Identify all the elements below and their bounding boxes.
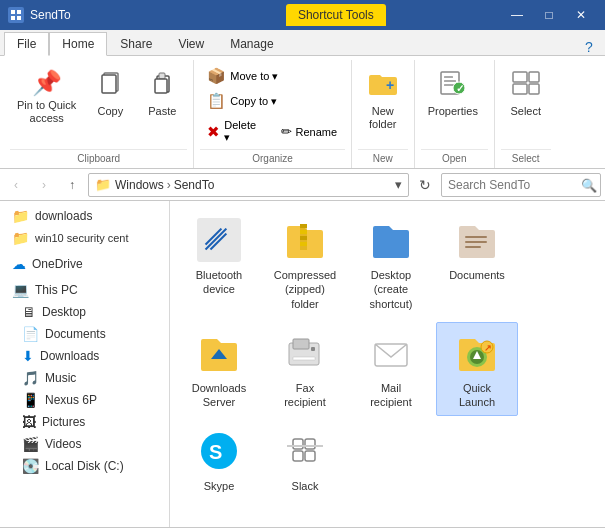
file-item-slack[interactable]: Slack [264,420,346,500]
path-folder-icon: 📁 [95,177,111,192]
sidebar-item-nexus6p[interactable]: 📱 Nexus 6P [0,389,169,411]
up-button[interactable]: ↑ [60,173,84,197]
compressed-file-icon [281,216,329,264]
rename-button[interactable]: ✏ Rename [274,116,345,147]
sidebar-item-downloads[interactable]: 📁 downloads [0,205,169,227]
svg-rect-19 [529,84,539,94]
new-folder-button[interactable]: + Newfolder [358,64,408,136]
tab-home[interactable]: Home [49,32,107,56]
clipboard-group-label: Clipboard [10,149,187,168]
move-to-button[interactable]: 📦 Move to ▾ [200,64,344,88]
desktop-icon: 🖥 [22,304,36,320]
tab-share[interactable]: Share [107,32,165,55]
select-button[interactable]: Select [501,64,551,123]
ribbon-group-clipboard: 📌 Pin to Quickaccess Copy [4,60,194,168]
copy-to-button[interactable]: 📋 Copy to ▾ [200,89,344,113]
properties-button[interactable]: ✓ Properties [421,64,485,123]
address-path[interactable]: 📁 Windows › SendTo ▾ [88,173,409,197]
svg-rect-18 [529,72,539,82]
minimize-button[interactable]: — [501,0,533,30]
rename-label: Rename [296,126,338,138]
file-item-downloads-server[interactable]: DownloadsServer [178,322,260,417]
copy-button[interactable]: Copy [85,64,135,123]
properties-icon: ✓ [437,69,469,103]
sidebar-item-pictures[interactable]: 🖼 Pictures [0,411,169,433]
file-item-documents[interactable]: Documents [436,209,518,318]
skype-file-icon: S [195,427,243,475]
rename-icon: ✏ [281,124,292,139]
help-button[interactable]: ? [581,39,597,55]
delete-button[interactable]: ✖ Delete ▾ [200,116,271,147]
search-input[interactable] [441,173,601,197]
select-group-label: Select [501,149,551,168]
quick-launch-file-icon: ↗ [453,329,501,377]
computer-icon: 💻 [12,282,29,298]
sidebar-item-desktop[interactable]: 🖥 Desktop [0,301,169,323]
copy-to-icon: 📋 [207,92,226,110]
file-item-fax[interactable]: Faxrecipient [264,322,346,417]
sidebar-item-documents[interactable]: 📄 Documents [0,323,169,345]
pictures-icon: 🖼 [22,414,36,430]
organize-group-label: Organize [200,149,344,168]
music-icon: 🎵 [22,370,39,386]
file-item-desktop[interactable]: Desktop(createshortcut) [350,209,432,318]
refresh-button[interactable]: ↻ [413,173,437,197]
svg-rect-13 [444,84,454,86]
svg-rect-3 [17,16,21,20]
phone-icon: 📱 [22,392,39,408]
downloads-icon: ⬇ [22,348,34,364]
copy-to-label: Copy to ▾ [230,95,277,108]
window-controls: — □ ✕ [501,0,597,30]
file-item-compressed[interactable]: Compressed(zipped)folder [264,209,346,318]
svg-rect-27 [465,236,487,238]
sidebar-item-onedrive[interactable]: ☁ OneDrive [0,253,169,275]
ribbon-group-new: + Newfolder New [352,60,415,168]
file-item-bluetooth[interactable]: ␥ Bluetoothdevice [178,209,260,318]
path-dropdown-button[interactable]: ▾ [395,177,402,192]
sidebar-item-localdisk[interactable]: 💽 Local Disk (C:) [0,455,169,477]
open-group-label: Open [421,149,488,168]
file-grid: ␥ Bluetoothdevice Compre [178,209,597,501]
file-item-mail[interactable]: Mailrecipient [350,322,432,417]
sidebar-item-thispc[interactable]: 💻 This PC [0,279,169,301]
copy-icon [96,69,124,103]
file-item-quick-launch[interactable]: ↗ QuickLaunch [436,322,518,417]
main-layout: 📁 downloads 📁 win10 security cent ☁ OneD… [0,201,605,527]
svg-rect-25 [300,236,307,240]
tab-view[interactable]: View [165,32,217,55]
svg-rect-0 [11,10,15,14]
new-folder-icon: + [367,69,399,103]
folder-icon: 📁 [12,230,29,246]
sidebar-item-downloads-folder[interactable]: ⬇ Downloads [0,345,169,367]
svg-rect-32 [293,339,309,349]
search-icon: 🔍 [581,177,597,192]
close-button[interactable]: ✕ [565,0,597,30]
svg-rect-47 [287,445,323,447]
move-to-label: Move to ▾ [230,70,278,83]
ribbon-group-select: Select Select [495,60,557,168]
back-button[interactable]: ‹ [4,173,28,197]
pin-to-quick-access-button[interactable]: 📌 Pin to Quickaccess [10,64,83,130]
file-item-skype[interactable]: S Skype [178,420,260,500]
shortcut-tools-tab[interactable]: Shortcut Tools [286,4,386,26]
pin-icon: 📌 [32,69,62,97]
new-group-label: New [358,149,408,168]
svg-rect-44 [293,451,303,461]
svg-rect-29 [465,246,481,248]
select-icon [510,69,542,103]
svg-text:✓: ✓ [455,83,463,94]
ribbon-group-organize: 📦 Move to ▾ 📋 Copy to ▾ ✖ Delete ▾ ✏ Ren… [194,60,351,168]
sidebar-item-videos[interactable]: 🎬 Videos [0,433,169,455]
delete-label: Delete ▾ [224,119,264,144]
fax-file-icon [281,329,329,377]
downloads-server-file-icon [195,329,243,377]
paste-button[interactable]: Paste [137,64,187,123]
forward-button[interactable]: › [32,173,56,197]
sidebar-item-music[interactable]: 🎵 Music [0,367,169,389]
sidebar-item-win10[interactable]: 📁 win10 security cent [0,227,169,249]
maximize-button[interactable]: □ [533,0,565,30]
tab-file[interactable]: File [4,32,49,56]
paste-icon [148,69,176,103]
tab-manage[interactable]: Manage [217,32,286,55]
svg-text:S: S [209,441,222,463]
